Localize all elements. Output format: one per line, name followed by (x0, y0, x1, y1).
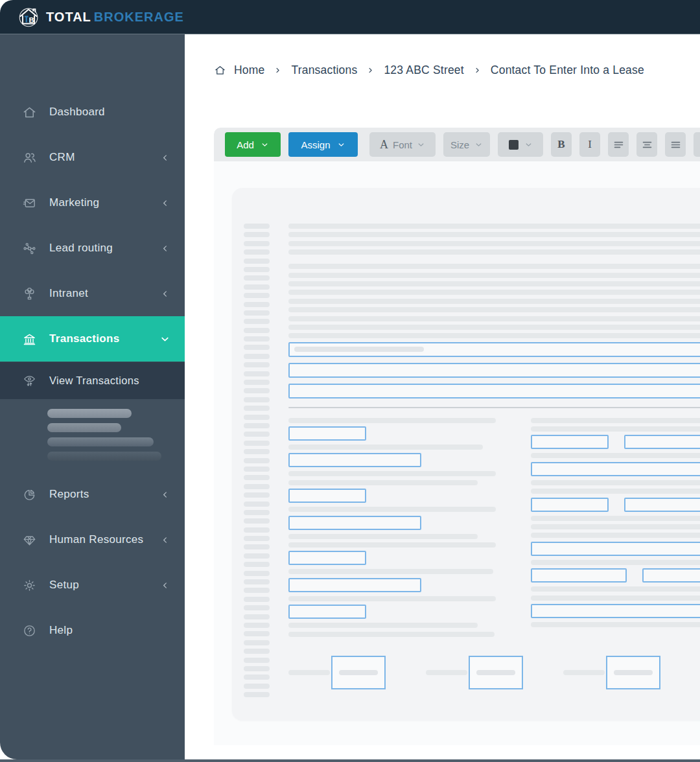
form-field[interactable] (531, 604, 700, 618)
brand[interactable]: B TOTAL BROKERAGE (17, 5, 184, 29)
gutter-bar (244, 571, 270, 576)
chevron-down-icon (417, 141, 425, 149)
signature-field[interactable] (469, 656, 523, 689)
sidebar-item-setup[interactable]: Setup (0, 562, 185, 608)
assign-button-label: Assign (301, 139, 330, 150)
signature-field[interactable] (331, 656, 386, 689)
font-dropdown[interactable]: A Font (369, 132, 436, 157)
field-value-bar (294, 347, 424, 352)
form-field[interactable] (531, 568, 627, 583)
gutter-bar (244, 406, 270, 411)
chevron-left-icon (159, 243, 170, 254)
sidebar-item-marketing[interactable]: Marketing (0, 180, 185, 225)
gutter-bar (244, 675, 270, 680)
brand-logo-icon: B (17, 5, 41, 29)
gutter-bar (244, 441, 270, 446)
document-card (232, 188, 700, 721)
form-field[interactable] (531, 542, 700, 556)
breadcrumb-item[interactable]: Home (214, 64, 264, 77)
form-field[interactable] (288, 551, 366, 565)
mail-icon (22, 196, 37, 211)
skeleton-line (531, 453, 700, 458)
gutter-bar (244, 388, 270, 393)
bold-button[interactable]: B (551, 132, 572, 157)
skeleton-line (288, 471, 496, 476)
skeleton-line (531, 586, 700, 592)
form-field[interactable] (288, 516, 421, 530)
chevron-left-icon (159, 152, 170, 163)
gutter-bar (244, 510, 270, 515)
sidebar-item-reports[interactable]: Reports (0, 472, 185, 517)
align-center-button[interactable] (636, 132, 657, 157)
breadcrumb-item[interactable]: Contact To Enter Into a Lease (491, 64, 644, 77)
align-left-button[interactable] (608, 132, 629, 157)
form-field[interactable] (531, 498, 609, 512)
form-field[interactable] (288, 342, 700, 357)
gutter-bar (244, 658, 270, 663)
gutter-bar (244, 345, 270, 350)
breadcrumb-item[interactable]: Transactions (291, 64, 357, 77)
form-field[interactable] (288, 453, 421, 467)
text-color-dropdown[interactable] (498, 132, 543, 157)
gutter-bar (244, 328, 270, 333)
gutter-bar (244, 640, 270, 645)
sidebar-item-label: Marketing (49, 196, 159, 209)
signature-label-bar (563, 670, 605, 675)
sidebar-item-crm[interactable]: CRM (0, 135, 185, 180)
skeleton-line (288, 333, 700, 338)
form-field[interactable] (624, 498, 700, 512)
home-icon (22, 105, 37, 120)
form-columns (288, 418, 700, 640)
skeleton-line (288, 569, 493, 574)
sidebar-item-help[interactable]: Help (0, 608, 185, 653)
skeleton-bar (47, 437, 154, 446)
skeleton-line (531, 418, 700, 423)
form-field[interactable] (288, 384, 700, 398)
chevron-down-icon (337, 141, 345, 149)
form-field[interactable] (288, 578, 421, 592)
gutter-bar (244, 293, 270, 298)
gutter-bar (244, 224, 270, 229)
signature-value-bar (614, 670, 653, 675)
gutter-bar (244, 423, 270, 428)
sidebar-item-dashboard[interactable]: Dashboard (0, 89, 185, 135)
sidebar-item-transactions[interactable]: Transactions (0, 316, 185, 362)
align-left-icon (612, 139, 625, 151)
main-content: HomeTransactions123 ABC StreetContact To… (185, 34, 700, 762)
document-body (288, 224, 700, 721)
gutter-bar (244, 449, 270, 454)
add-button[interactable]: Add (225, 132, 281, 157)
form-field[interactable] (531, 435, 609, 449)
signature-block (563, 656, 660, 689)
form-field[interactable] (624, 435, 700, 449)
sidebar-item-human-resources[interactable]: Human Resources (0, 517, 185, 562)
form-field[interactable] (531, 462, 700, 476)
gutter-bar (244, 684, 270, 689)
italic-button[interactable]: I (579, 132, 600, 157)
gutter-bar (244, 259, 270, 264)
sidebar-item-intranet[interactable]: Intranet (0, 271, 185, 316)
add-element-button[interactable]: + (694, 132, 700, 157)
breadcrumb-item[interactable]: 123 ABC Street (384, 64, 463, 77)
brand-brokerage: BROKERAGE (94, 10, 184, 25)
gem-icon (22, 533, 37, 548)
sidebar-item-view-transactions[interactable]: View Transactions (0, 362, 185, 399)
form-field[interactable] (288, 489, 366, 503)
align-justify-button[interactable] (665, 132, 686, 157)
form-field[interactable] (288, 363, 700, 378)
skeleton-line (288, 299, 700, 304)
gutter-bar (244, 597, 270, 602)
gutter-bar (244, 267, 270, 272)
signature-field[interactable] (606, 656, 660, 689)
assign-button[interactable]: Assign (288, 132, 358, 157)
form-field[interactable] (288, 426, 366, 441)
route-icon (22, 241, 37, 256)
signature-block (426, 656, 523, 689)
form-field[interactable] (642, 568, 700, 583)
skeleton-line (531, 516, 700, 521)
sidebar-item-lead-routing[interactable]: Lead routing (0, 225, 185, 271)
sidebar-item-label: Dashboard (49, 106, 170, 119)
size-dropdown[interactable]: Size (443, 132, 490, 157)
form-field[interactable] (288, 605, 366, 619)
sidebar-item-label: Reports (49, 488, 159, 501)
